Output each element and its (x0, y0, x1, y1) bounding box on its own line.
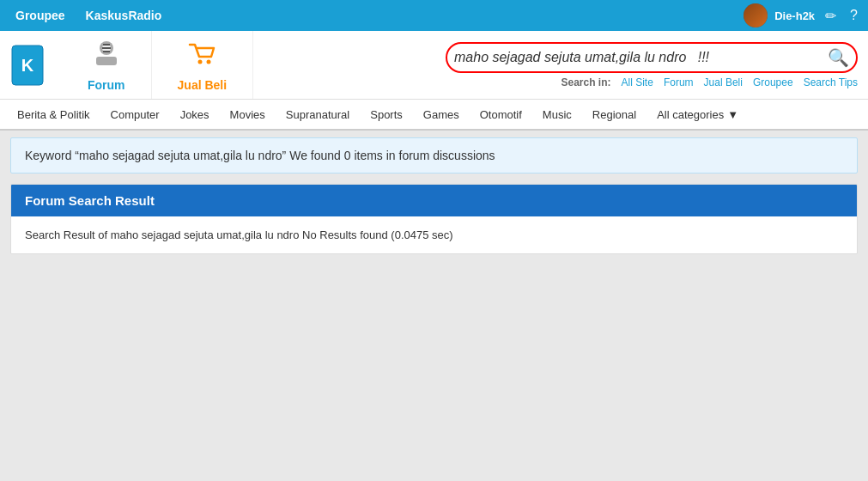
search-button[interactable]: 🔍 (828, 47, 849, 68)
edit-icon[interactable]: ✏ (822, 6, 840, 26)
kaskusradio-link[interactable]: KaskusRadio (77, 5, 171, 26)
search-jual-beli[interactable]: Jual Beli (704, 76, 743, 88)
forum-tab[interactable]: Forum (62, 31, 152, 99)
category-nav: Berita & Politik Computer Jokes Movies S… (0, 100, 868, 131)
content-area: Keyword “maho sejagad sejuta umat,gila l… (0, 131, 868, 261)
logo-area: K (10, 44, 45, 87)
avatar[interactable] (744, 3, 768, 27)
site-logo: K (10, 44, 45, 87)
search-result-box: Forum Search Result Search Result of mah… (10, 184, 858, 254)
jual-beli-icon (186, 38, 217, 75)
category-berita-politik[interactable]: Berita & Politik (7, 101, 100, 128)
category-all[interactable]: All categories ▼ (646, 101, 749, 128)
groupee-link[interactable]: Groupee (7, 5, 74, 26)
all-categories-label: All categories (657, 108, 724, 121)
category-regional[interactable]: Regional (582, 101, 646, 128)
category-supranatural[interactable]: Supranatural (276, 101, 360, 128)
category-computer[interactable]: Computer (100, 101, 170, 128)
search-result-text: Search Result of maho sejagad sejuta uma… (25, 228, 453, 241)
search-options: Search in: All Site Forum Jual Beli Grou… (561, 76, 859, 88)
keyword-notice-text: Keyword “maho sejagad sejuta umat,gila l… (25, 149, 495, 162)
search-forum[interactable]: Forum (664, 76, 694, 88)
category-music[interactable]: Music (532, 101, 582, 128)
svg-point-8 (198, 60, 203, 64)
category-jokes[interactable]: Jokes (170, 101, 220, 128)
category-movies[interactable]: Movies (220, 101, 276, 128)
svg-text:K: K (21, 56, 34, 75)
username-label: Die-h2k (774, 9, 815, 22)
search-in-label: Search in: (561, 76, 611, 88)
nav-tabs: Forum Jual Beli (62, 31, 253, 99)
dropdown-arrow-icon: ▼ (727, 108, 738, 121)
top-bar-left: Groupee KaskusRadio (7, 5, 170, 26)
search-result-body: Search Result of maho sejagad sejuta uma… (11, 216, 857, 253)
search-all-site[interactable]: All Site (622, 76, 653, 88)
header: K Forum (0, 31, 868, 100)
forum-icon (91, 38, 122, 75)
search-result-title: Forum Search Result (25, 193, 155, 208)
top-bar: Groupee KaskusRadio Die-h2k ✏ ? (0, 0, 868, 31)
jual-beli-tab-label: Jual Beli (178, 78, 228, 92)
top-bar-right: Die-h2k ✏ ? (744, 3, 861, 27)
svg-rect-4 (96, 57, 117, 65)
forum-tab-label: Forum (88, 78, 125, 92)
svg-point-9 (207, 60, 211, 64)
search-result-header: Forum Search Result (11, 185, 857, 216)
search-tips-link[interactable]: Search Tips (804, 76, 858, 88)
search-input[interactable] (454, 50, 828, 65)
category-sports[interactable]: Sports (360, 101, 413, 128)
category-otomotif[interactable]: Otomotif (470, 101, 532, 128)
keyword-notice: Keyword “maho sejagad sejuta umat,gila l… (10, 137, 858, 174)
avatar-img (744, 3, 768, 27)
help-icon[interactable]: ? (847, 6, 861, 25)
jual-beli-tab[interactable]: Jual Beli (152, 31, 254, 99)
search-groupee[interactable]: Groupee (753, 76, 793, 88)
search-area: 🔍 Search in: All Site Forum Jual Beli Gr… (446, 42, 858, 88)
category-games[interactable]: Games (413, 101, 470, 128)
search-box: 🔍 (446, 42, 858, 73)
